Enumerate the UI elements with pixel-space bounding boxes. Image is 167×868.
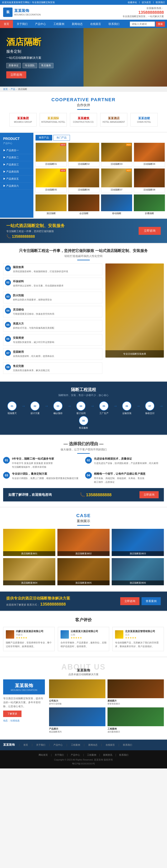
product-card-7[interactable]: HOT 活动隔断07 <box>101 168 132 192</box>
why-banner-button[interactable]: 立即咨询 <box>139 491 159 498</box>
products-sidebar-item-4[interactable]: ▶ 产品类目四 <box>0 168 33 176</box>
products-tab-hot[interactable]: 热门产品 <box>53 135 70 141</box>
footer-link-contact[interactable]: 联系我们 <box>119 753 128 756</box>
footer-nav-about[interactable]: 关于我们 <box>34 743 47 747</box>
topbar-sep-1: | <box>139 1 140 4</box>
products-sidebar-item-5[interactable]: ▶ 产品类目五 <box>0 176 33 183</box>
cases-title-en: CASE <box>3 513 164 518</box>
cta-btn1[interactable]: 立即咨询 <box>120 597 139 605</box>
about-img-item-1: 公司实力 多年行业经验 <box>49 679 105 705</box>
feature-item-7: 07 坚固耐用 采用高强度材料，经久耐用，使用寿命长 <box>3 348 102 360</box>
nav-item-products[interactable]: 产品中心 <box>31 20 50 28</box>
case-card-2[interactable]: 酒店隔断案例02 <box>57 529 110 556</box>
features-left: 01 隔音效果 采用优质隔音材料，有效隔绝噪音，打造安静舒适环境 02 环保材料… <box>3 264 102 376</box>
hero-content: 酒店隔断 服务定制 一站式活动隔断新解决方案 质量保证 专业团队 售后服务 立即… <box>0 32 60 83</box>
why-num-2: 02 <box>85 457 92 464</box>
product-card-5[interactable]: NEW 活动隔断05 <box>35 168 67 192</box>
nav-item-about[interactable]: 关于我们 <box>13 20 31 28</box>
topbar-sep-2: | <box>153 1 154 4</box>
case-card-1[interactable]: 酒店隔断案例01 <box>3 529 55 556</box>
footer-link-about[interactable]: 关于我们 <box>55 753 64 756</box>
product-card-2[interactable]: 活动隔断02 <box>68 143 99 167</box>
process-step-4: 04 签订合同 <box>73 401 89 415</box>
header: 装 某某装饰 MOUMOU DECORATION 全国服务热线： 1358888… <box>0 5 167 20</box>
cta-desc: 欢迎咨询了解更多 联系方式： 13588888888 <box>6 602 70 607</box>
product-card-3[interactable]: HOT 活动隔断03 <box>101 143 132 167</box>
banner2-cta-button[interactable]: 立即咨询 <box>139 227 161 235</box>
product-name-4: 活动隔断04 <box>134 162 165 166</box>
review-company-3: 北京某某酒店管理有限公司 <box>125 630 155 633</box>
process-arrow-7: → <box>159 404 163 408</box>
products-tab-recommended[interactable]: 推荐产品 <box>35 135 52 141</box>
footer-nav-message[interactable]: 在线留言 <box>104 743 116 747</box>
footer-link-products[interactable]: 产品中心 <box>71 753 80 756</box>
footer-link-news[interactable]: 新闻资讯 <box>103 753 112 756</box>
why-title-4: 精雕每一个细节，让每件产品都让客户满意 <box>94 472 145 476</box>
cta-actions: 立即咨询 查看案例 <box>120 597 161 605</box>
topbar-link-2[interactable]: 设为首页 <box>142 1 151 4</box>
products-tabs: 推荐产品 热门产品 <box>35 135 165 141</box>
case-card-6[interactable]: 酒店隔断案例06 <box>112 558 164 585</box>
process-label-7: 验收交付 <box>145 412 155 415</box>
footer-link-home[interactable]: 网站首页 <box>39 753 48 756</box>
hero-cta-button[interactable]: 立即咨询 <box>6 71 26 79</box>
footer-links: 网站首页 | 关于我们 | 产品中心 | 工程案例 | 新闻资讯 | 联系我们 <box>3 753 164 756</box>
topbar-link-3[interactable]: 联系我们 <box>156 1 165 4</box>
nav-item-home[interactable]: 首页 <box>0 20 13 28</box>
footer-sep-2: | <box>49 743 50 746</box>
footer-link-cases[interactable]: 工程案例 <box>87 753 96 756</box>
breadcrumb-home[interactable]: 首页 <box>3 88 8 91</box>
about-img-3 <box>49 707 105 726</box>
case-card-3[interactable]: 酒店隔断案例03 <box>112 529 164 556</box>
case-card-4[interactable]: 酒店隔断案例04 <box>3 558 55 585</box>
feature-num-5: 05 <box>5 322 11 328</box>
product-card-4[interactable]: 活动隔断04 <box>134 143 165 167</box>
about-link-recruit[interactable]: 社招信息 <box>10 719 20 722</box>
footer-nav-news[interactable]: 新闻动态 <box>87 743 99 747</box>
room-label-4: 折叠隔断 <box>134 211 165 216</box>
product-card-8[interactable]: 活动隔断08 <box>134 168 165 192</box>
about-img-item-4: 工程案例 成功案例展示 <box>107 707 164 733</box>
products-sidebar-item-6[interactable]: ▶ 产品类目六 <box>0 183 33 190</box>
search-button[interactable]: 搜索 <box>156 22 165 27</box>
process-step-7: 07 验收交付 <box>141 401 158 415</box>
why-main-title: — 选择我们的理由 — <box>3 441 164 447</box>
product-card-1[interactable]: NEW 活动隔断01 <box>35 143 67 167</box>
about-img-desc-2: 荣誉资质展示 <box>107 703 164 705</box>
nav-item-message[interactable]: 在线留言 <box>87 20 105 28</box>
case-card-5[interactable]: 酒店隔断案例05 <box>57 558 110 585</box>
nav-item-news[interactable]: 新闻动态 <box>68 20 87 28</box>
cases-underline <box>77 525 90 526</box>
about-more-button[interactable]: 了解更多 <box>3 711 22 717</box>
product-card-6[interactable]: 活动隔断06 <box>68 168 99 192</box>
banner2-text: 一站式酒店隔断定制、安装服务 专注隔断工程这一件事，坚持把它做到极致 📞 135… <box>6 223 65 239</box>
review-card-2: 云南某某大酒店有限公司 云南 ★★★★★ 合作非常愉快，产品质量好，服务到位，后… <box>58 627 109 651</box>
footer-nav-contact[interactable]: 联系我们 <box>121 743 134 747</box>
nav-item-contact[interactable]: 联系我们 <box>105 20 123 28</box>
products-sidebar-item-1[interactable]: ▶ 产品类目一 <box>0 147 33 154</box>
feature-title-7: 坚固耐用 <box>13 350 54 354</box>
topbar-link-1[interactable]: 收藏本站 <box>128 1 137 4</box>
room-2: 会议隔断 <box>68 194 99 216</box>
partner-item-5: 某某连锁 CHAIN HOTEL <box>131 113 158 126</box>
nav-item-cases[interactable]: 工程案例 <box>50 20 68 28</box>
feature-text-4: 灵活移动 可根据需要灵活移动，快速改变空间布局 <box>13 308 54 316</box>
products-sidebar-item-2[interactable]: ▶ 产品类目二 <box>0 154 33 161</box>
process-arrow-4: → <box>90 404 95 408</box>
footer-nav-products[interactable]: 产品中心 <box>52 743 64 747</box>
about-img-1 <box>49 679 105 698</box>
products-sidebar-item-3[interactable]: ▶ 产品类目三 <box>0 161 33 168</box>
product-name-3: 活动隔断03 <box>101 162 132 166</box>
partners-grid: 某某集团 MOUMOU GROUP 某某国际 INTERNATIONAL HOT… <box>3 113 164 126</box>
footer-nav-cases[interactable]: 工程案例 <box>69 743 82 747</box>
about-logo-cn: 某某装饰 <box>6 683 42 689</box>
about-link-dynamics[interactable]: 动态 <box>3 719 8 722</box>
breadcrumb-products[interactable]: 产品 <box>11 88 15 91</box>
review-header-2: 云南某某大酒店有限公司 云南 ★★★★★ <box>61 630 107 639</box>
cta-btn2[interactable]: 查看案例 <box>141 597 161 605</box>
feature-text-3: 防火性能 材料达到防火等级要求，保障使用安全 <box>13 293 52 302</box>
about-img-label-3: 产品展示 <box>49 727 105 731</box>
search-input[interactable] <box>130 22 155 27</box>
review-meta-1: 内蒙古某某酒店有限公司 内蒙古 ★★★★★ <box>16 630 43 639</box>
footer-nav-home[interactable]: 首页 <box>22 743 30 747</box>
